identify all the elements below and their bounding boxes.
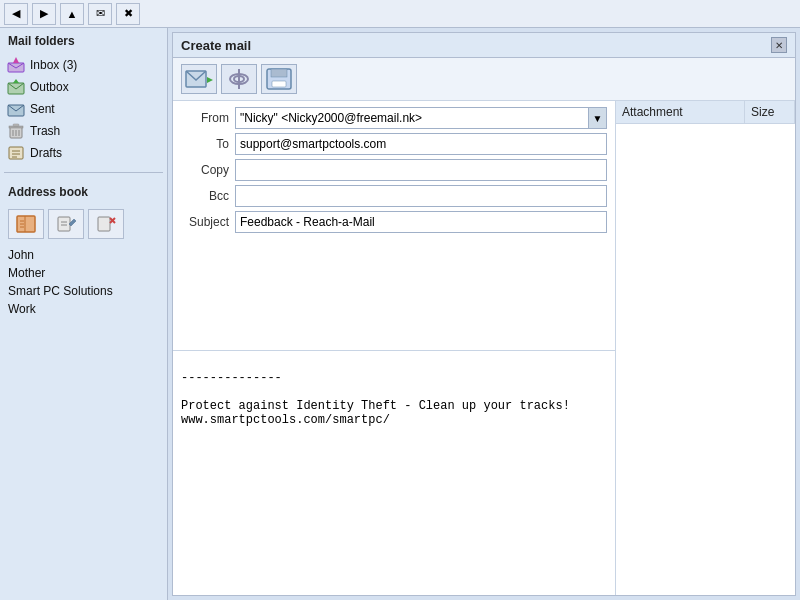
folder-list: Inbox (3) Outbox bbox=[0, 52, 167, 166]
subject-row: Subject bbox=[181, 211, 607, 233]
inbox-icon bbox=[6, 56, 26, 74]
main-layout: Mail folders Inbox (3) bbox=[0, 28, 800, 600]
bcc-row: Bcc bbox=[181, 185, 607, 207]
to-label: To bbox=[181, 137, 229, 151]
attachment-header: Attachment Size bbox=[616, 101, 795, 124]
compose-body: From ▼ To Copy Bc bbox=[173, 101, 795, 595]
attachment-body bbox=[616, 124, 795, 595]
svg-rect-33 bbox=[271, 69, 287, 77]
copy-input[interactable] bbox=[235, 159, 607, 181]
compose-form: From ▼ To Copy Bc bbox=[173, 101, 615, 346]
address-list: John Mother Smart PC Solutions Work bbox=[0, 245, 167, 319]
toolbar-btn-forward[interactable]: ▶ bbox=[32, 3, 56, 25]
sidebar: Mail folders Inbox (3) bbox=[0, 28, 168, 600]
outbox-label: Outbox bbox=[30, 80, 69, 94]
from-label: From bbox=[181, 111, 229, 125]
compose-header: Create mail ✕ bbox=[173, 33, 795, 58]
toolbar-btn-close[interactable]: ✖ bbox=[116, 3, 140, 25]
contact-john[interactable]: John bbox=[8, 247, 159, 263]
drafts-icon bbox=[6, 144, 26, 162]
from-wrapper: ▼ bbox=[235, 107, 607, 129]
sent-icon bbox=[6, 100, 26, 118]
sent-label: Sent bbox=[30, 102, 55, 116]
attachment-col-size: Size bbox=[745, 101, 795, 123]
svg-rect-24 bbox=[98, 217, 110, 231]
attach-button[interactable] bbox=[221, 64, 257, 94]
address-book-title: Address book bbox=[0, 179, 167, 203]
attachment-col-name: Attachment bbox=[616, 101, 745, 123]
svg-marker-1 bbox=[13, 57, 19, 63]
to-input[interactable] bbox=[235, 133, 607, 155]
attachment-panel: Attachment Size bbox=[615, 101, 795, 595]
svg-rect-34 bbox=[272, 81, 286, 87]
toolbar-btn-mail[interactable]: ✉ bbox=[88, 3, 112, 25]
mail-folders-title: Mail folders bbox=[0, 28, 167, 52]
contact-mother[interactable]: Mother bbox=[8, 265, 159, 281]
subject-label: Subject bbox=[181, 215, 229, 229]
sidebar-item-sent[interactable]: Sent bbox=[0, 98, 167, 120]
compose-toolbar bbox=[173, 58, 795, 101]
svg-marker-3 bbox=[13, 79, 19, 83]
contact-work[interactable]: Work bbox=[8, 301, 159, 317]
copy-row: Copy bbox=[181, 159, 607, 181]
svg-rect-15 bbox=[17, 216, 35, 232]
svg-rect-6 bbox=[9, 126, 23, 128]
sidebar-divider bbox=[4, 172, 163, 173]
compose-panel: Create mail ✕ bbox=[172, 32, 796, 596]
sidebar-item-outbox[interactable]: Outbox bbox=[0, 76, 167, 98]
from-dropdown-arrow[interactable]: ▼ bbox=[588, 108, 606, 128]
save-button[interactable] bbox=[261, 64, 297, 94]
svg-rect-20 bbox=[58, 217, 70, 231]
bcc-input[interactable] bbox=[235, 185, 607, 207]
toolbar-btn-back[interactable]: ◀ bbox=[4, 3, 28, 25]
trash-label: Trash bbox=[30, 124, 60, 138]
svg-marker-28 bbox=[207, 77, 213, 83]
to-row: To bbox=[181, 133, 607, 155]
sidebar-item-drafts[interactable]: Drafts bbox=[0, 142, 167, 164]
addr-edit-btn[interactable] bbox=[48, 209, 84, 239]
sidebar-item-inbox[interactable]: Inbox (3) bbox=[0, 54, 167, 76]
inbox-label: Inbox (3) bbox=[30, 58, 77, 72]
svg-rect-7 bbox=[13, 124, 19, 126]
compose-title: Create mail bbox=[181, 38, 251, 53]
bcc-label: Bcc bbox=[181, 189, 229, 203]
address-book-buttons bbox=[0, 203, 167, 245]
drafts-label: Drafts bbox=[30, 146, 62, 160]
send-button[interactable] bbox=[181, 64, 217, 94]
from-input[interactable] bbox=[236, 109, 588, 127]
sidebar-item-trash[interactable]: Trash bbox=[0, 120, 167, 142]
top-toolbar: ◀ ▶ ▲ ✉ ✖ bbox=[0, 0, 800, 28]
trash-icon bbox=[6, 122, 26, 140]
message-textarea[interactable] bbox=[173, 350, 615, 596]
outbox-icon bbox=[6, 78, 26, 96]
compose-close-button[interactable]: ✕ bbox=[771, 37, 787, 53]
subject-input[interactable] bbox=[235, 211, 607, 233]
from-row: From ▼ bbox=[181, 107, 607, 129]
addr-delete-btn[interactable] bbox=[88, 209, 124, 239]
copy-label: Copy bbox=[181, 163, 229, 177]
address-book-section: Address book bbox=[0, 179, 167, 600]
toolbar-btn-up[interactable]: ▲ bbox=[60, 3, 84, 25]
contact-smartpc[interactable]: Smart PC Solutions bbox=[8, 283, 159, 299]
addr-open-btn[interactable] bbox=[8, 209, 44, 239]
compose-main-content: From ▼ To Copy Bc bbox=[173, 101, 615, 595]
